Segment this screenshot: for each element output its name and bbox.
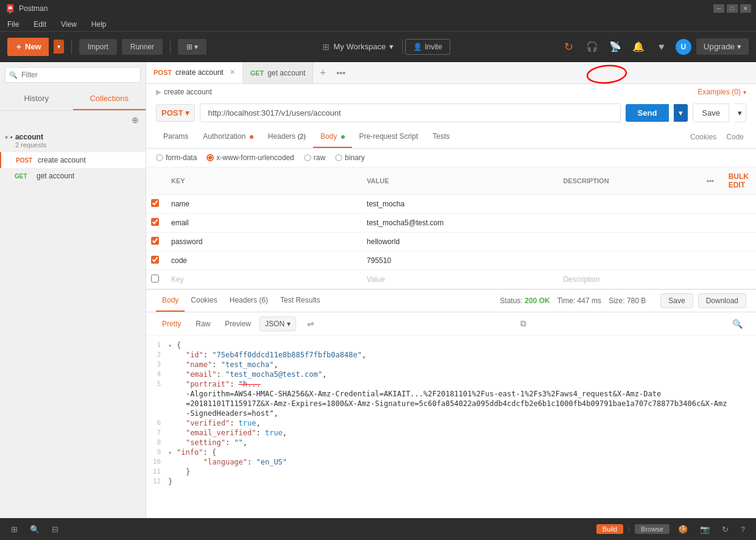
desc-input[interactable] [556, 251, 699, 270]
format-raw[interactable]: Raw [189, 317, 216, 331]
format-wrap-button[interactable]: ⇌ [303, 317, 318, 331]
resp-tab-test-results[interactable]: Test Results [274, 290, 326, 312]
value-input[interactable] [359, 195, 556, 213]
row-checkbox[interactable] [151, 199, 159, 207]
minimize-button[interactable]: ─ [713, 4, 724, 13]
help-button[interactable]: ? [737, 522, 749, 536]
tab-pre-request[interactable]: Pre-request Script [352, 126, 426, 148]
desc-input[interactable] [556, 214, 699, 232]
collapse-arrow-icon[interactable]: ▾ [168, 342, 175, 349]
collapse-arrow-icon[interactable]: ▾ [168, 449, 175, 456]
copy-response-button[interactable]: ⧉ [517, 316, 530, 331]
value-input[interactable] [359, 233, 556, 251]
heart-button[interactable]: ♥ [652, 38, 671, 56]
upgrade-button[interactable]: Upgrade ▾ [696, 38, 749, 55]
save-dropdown-button[interactable]: ▾ [734, 103, 746, 122]
row-checkbox[interactable] [151, 237, 159, 245]
capture-button[interactable]: 📷 [696, 522, 713, 536]
new-dropdown-button[interactable]: ▾ [54, 40, 64, 54]
bulk-edit-dots-icon[interactable]: ••• [707, 177, 714, 184]
import-button[interactable]: Import [79, 39, 117, 55]
radio-raw[interactable]: raw [304, 153, 325, 162]
send-dropdown-button[interactable]: ▾ [674, 104, 688, 122]
value-input[interactable] [359, 251, 556, 270]
layout-button[interactable]: ⊞ ▾ [178, 39, 207, 55]
key-input[interactable] [164, 214, 359, 232]
menu-help[interactable]: Help [89, 19, 109, 30]
history-tab[interactable]: History [0, 88, 73, 110]
notifications-button[interactable]: 🔔 [629, 38, 648, 56]
radio-urlencoded[interactable]: x-www-form-urlencoded [207, 153, 294, 162]
save-button[interactable]: Save [693, 103, 729, 122]
cookies-link[interactable]: Cookies [688, 127, 719, 147]
code-link[interactable]: Code [724, 127, 746, 147]
console-button[interactable]: ⊟ [48, 522, 62, 536]
headphones-button[interactable]: 🎧 [583, 38, 601, 56]
resp-tab-headers[interactable]: Headers (6) [224, 290, 274, 312]
maximize-button[interactable]: □ [727, 4, 738, 13]
bulk-edit-link[interactable]: Bulk Edit [729, 172, 749, 189]
build-mode[interactable]: Build [596, 524, 623, 534]
tab-body[interactable]: Body [313, 126, 352, 148]
send-button[interactable]: Send [626, 104, 669, 122]
tab-params[interactable]: Params [156, 126, 196, 148]
format-type-select[interactable]: JSON ▾ [260, 317, 296, 331]
row-action-cell [699, 251, 721, 270]
key-input[interactable] [164, 270, 359, 289]
cookie-status-button[interactable]: 🍪 [674, 522, 691, 536]
tab-close-icon[interactable]: ✕ [230, 68, 235, 76]
row-checkbox[interactable] [151, 275, 159, 282]
menu-view[interactable]: View [58, 19, 79, 30]
tab-headers[interactable]: Headers (2) [261, 126, 313, 148]
format-pretty[interactable]: Pretty [156, 317, 187, 331]
tab-tests[interactable]: Tests [425, 126, 457, 148]
desc-input[interactable] [556, 270, 699, 289]
search-response-button[interactable]: 🔍 [729, 317, 746, 331]
resp-tab-cookies[interactable]: Cookies [185, 290, 223, 312]
method-select[interactable]: POST ▾ [156, 104, 195, 122]
close-button[interactable]: ✕ [740, 4, 751, 13]
collections-tab[interactable]: Collections [73, 88, 146, 110]
satellite-button[interactable]: 📡 [606, 38, 624, 56]
format-preview[interactable]: Preview [219, 317, 257, 331]
tab-authorization[interactable]: Authorization [196, 126, 260, 148]
radio-binary[interactable]: binary [335, 153, 365, 162]
menu-file[interactable]: File [5, 19, 21, 30]
breadcrumb-link[interactable]: create account [164, 88, 212, 96]
menu-edit[interactable]: Edit [31, 19, 49, 30]
workspace-button[interactable]: ⊞ My Workspace ▾ [316, 38, 400, 55]
key-input[interactable] [164, 251, 359, 270]
add-collection-button[interactable]: ⊕ [130, 113, 141, 127]
sidebar-toggle-button[interactable]: ⊞ [7, 522, 21, 536]
value-input[interactable] [359, 270, 556, 289]
key-input[interactable] [164, 233, 359, 251]
new-tab-button[interactable]: ＋ [313, 62, 333, 83]
tab-create-account[interactable]: POST create account ✕ [146, 62, 243, 83]
sync-button[interactable]: ↻ [560, 38, 578, 56]
user-avatar[interactable]: U [676, 39, 691, 55]
resp-download-button[interactable]: Download [698, 293, 746, 308]
more-tabs-button[interactable]: ••• [333, 62, 349, 83]
tab-get-account[interactable]: GET get account [243, 62, 314, 83]
key-input[interactable] [164, 195, 359, 213]
url-input[interactable] [200, 103, 620, 122]
radio-form-data[interactable]: form-data [156, 153, 197, 162]
desc-input[interactable] [556, 233, 699, 251]
request-create-account[interactable]: POST create account [0, 152, 146, 168]
search-status-button[interactable]: 🔍 [26, 522, 43, 536]
resp-save-button[interactable]: Save [660, 293, 693, 308]
request-get-account[interactable]: GET get account [0, 168, 146, 184]
collection-account[interactable]: ▾ ▪ account 2 requests [0, 129, 146, 152]
desc-input[interactable] [556, 195, 699, 213]
value-input[interactable] [359, 214, 556, 232]
examples-link[interactable]: Examples (0) [698, 88, 741, 96]
sync-status-button[interactable]: ↻ [718, 522, 732, 536]
invite-button[interactable]: 👤 Invite [405, 39, 450, 55]
new-button[interactable]: ＋ New [7, 38, 49, 56]
browse-mode[interactable]: Browse [635, 524, 669, 534]
filter-input[interactable] [5, 67, 141, 83]
row-checkbox[interactable] [151, 218, 159, 226]
runner-button[interactable]: Runner [122, 39, 163, 55]
resp-tab-body[interactable]: Body [156, 290, 185, 312]
row-checkbox[interactable] [151, 256, 159, 264]
